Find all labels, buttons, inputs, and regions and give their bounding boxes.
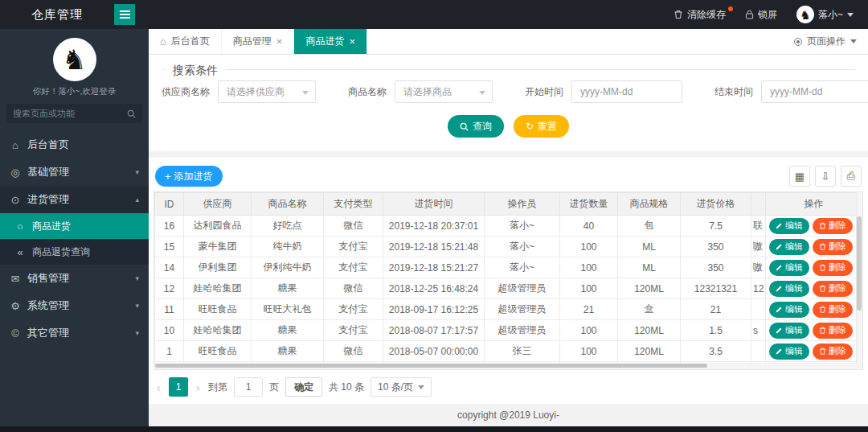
lock-screen-button[interactable]: 锁屏: [745, 8, 777, 22]
trash-icon: [819, 306, 826, 313]
pencil-icon: [776, 348, 783, 355]
page-ops-label: 页面操作: [807, 35, 845, 48]
header-cell: 支付类型: [324, 193, 383, 216]
header-cell: [751, 193, 766, 216]
sidebar-toggle-button[interactable]: [114, 4, 135, 25]
action-label: 删除: [829, 241, 846, 253]
edit-button[interactable]: 编辑: [769, 239, 809, 255]
cell: 120ML: [618, 278, 681, 299]
sidebar-item-sales-mgmt[interactable]: ✉ 销售管理 ▾: [0, 265, 149, 292]
cell: 超级管理员: [485, 299, 560, 320]
close-icon[interactable]: ×: [349, 35, 355, 47]
horizontal-scrollbar[interactable]: [154, 363, 863, 370]
sidebar-item-purchase-mgmt[interactable]: ⊙ 进货管理 ▴: [0, 186, 149, 213]
cell: 120ML: [618, 320, 681, 341]
add-purchase-button[interactable]: + 添加进货: [155, 166, 223, 187]
action-label: 编辑: [785, 282, 803, 294]
select-value: 请选择供应商: [227, 85, 285, 99]
chevron-down-icon: [479, 91, 485, 95]
table-head-row: ID供应商商品名称支付类型进货时间操作员进货数量商品规格进货价格操作: [155, 193, 862, 216]
search-icon: [460, 122, 469, 131]
action-label: 删除: [829, 282, 846, 294]
per-page-select[interactable]: 10 条/页: [371, 377, 432, 397]
edit-button[interactable]: 编辑: [769, 281, 809, 297]
vertical-scrollbar[interactable]: [856, 192, 862, 363]
username-label: 落小~: [818, 8, 843, 22]
filter-columns-button[interactable]: ▦: [789, 166, 810, 187]
cell: 14: [155, 257, 184, 278]
page-ops-menu[interactable]: 页面操作: [783, 29, 868, 54]
edit-button[interactable]: 编辑: [769, 260, 809, 276]
page-1-button[interactable]: 1: [169, 377, 188, 397]
scrollbar-thumb[interactable]: [857, 216, 862, 311]
delete-button[interactable]: 删除: [813, 260, 853, 276]
goods-select[interactable]: 请选择商品: [395, 80, 493, 103]
table-row: 15蒙牛集团纯牛奶支付宝2019-12-18 15:21:48落小~100ML3…: [155, 237, 862, 257]
sidebar-item-base-mgmt[interactable]: ◎ 基础管理 ▾: [0, 158, 149, 186]
cell: 超级管理员: [485, 278, 560, 299]
edit-button[interactable]: 编辑: [769, 323, 809, 339]
reset-button[interactable]: ↻ 重置: [514, 115, 569, 138]
cell: 16: [155, 216, 184, 237]
table-toolbar: + 添加进货 ▦ ⇩ ⎙: [154, 163, 863, 191]
prev-page-button[interactable]: ‹: [155, 381, 162, 393]
sidebar-item-returns-query[interactable]: « 商品退货查询: [0, 239, 149, 265]
clear-cache-button[interactable]: 清除缓存: [674, 8, 726, 22]
close-icon[interactable]: ×: [276, 35, 283, 47]
cell: 嗷: [751, 237, 766, 257]
notification-dot: [728, 6, 733, 11]
query-button[interactable]: 查询: [448, 115, 504, 138]
export-button[interactable]: ⇩: [815, 166, 836, 187]
edit-button[interactable]: 编辑: [769, 302, 809, 318]
home-icon: ⌂: [160, 35, 166, 47]
tabbar: ⌂ 后台首页 商品管理 × 商品进货 × 页面操作: [149, 29, 868, 55]
sidebar-item-goods-purchase[interactable]: ○ 商品进货: [0, 213, 149, 239]
delete-button[interactable]: 删除: [813, 239, 853, 255]
delete-button[interactable]: 删除: [813, 344, 853, 360]
confirm-button[interactable]: 确定: [285, 377, 322, 397]
print-button[interactable]: ⎙: [841, 166, 862, 187]
per-page-value: 10 条/页: [378, 381, 413, 394]
cell: 落小~: [485, 257, 560, 278]
clock-icon: ○: [14, 220, 26, 232]
menu-search-input[interactable]: [13, 109, 127, 118]
cell: 张三: [485, 341, 560, 362]
search-actions: 查询 ↻ 重置: [162, 103, 855, 151]
row-actions: 编辑删除退货: [766, 237, 862, 257]
cell: 12321321: [681, 278, 751, 299]
delete-button[interactable]: 删除: [813, 323, 853, 339]
delete-button[interactable]: 删除: [813, 281, 853, 297]
tab-goods-purchase[interactable]: 商品进货 ×: [294, 29, 367, 54]
tab-goods-mgmt[interactable]: 商品管理 ×: [222, 29, 295, 54]
purchases-table: ID供应商商品名称支付类型进货时间操作员进货数量商品规格进货价格操作 16达利园…: [154, 192, 862, 363]
delete-button[interactable]: 删除: [813, 218, 853, 234]
delete-button[interactable]: 删除: [813, 302, 853, 318]
chevron-down-icon: [418, 385, 424, 389]
home-icon: ⌂: [10, 139, 21, 151]
cell: 盒: [618, 299, 681, 320]
scrollbar-thumb[interactable]: [155, 364, 707, 368]
header-cell: 商品名称: [252, 193, 324, 216]
action-label: 编辑: [785, 324, 803, 336]
start-date-input[interactable]: [571, 80, 682, 103]
goto-page-input[interactable]: [234, 377, 263, 397]
edit-button[interactable]: 编辑: [769, 344, 809, 360]
sidebar-item-home[interactable]: ⌂ 后台首页: [0, 131, 149, 158]
table-body: 16达利园食品好吃点微信2019-12-18 20:37:01落小~40包7.5…: [155, 216, 862, 364]
user-avatar: ♞: [796, 6, 814, 23]
user-menu[interactable]: ♞ 落小~: [796, 6, 854, 23]
supplier-select[interactable]: 请选择供应商: [218, 80, 316, 103]
next-page-button[interactable]: ›: [194, 381, 202, 393]
tab-home[interactable]: ⌂ 后台首页: [149, 29, 222, 54]
refresh-icon: ↻: [526, 121, 534, 132]
end-date-input[interactable]: [761, 80, 868, 103]
cell: 蒙牛集团: [184, 237, 252, 257]
sidebar-search[interactable]: [6, 104, 142, 123]
edit-button[interactable]: 编辑: [769, 218, 809, 234]
download-icon: ⇩: [821, 171, 830, 183]
sidebar-item-system-mgmt[interactable]: ⚙ 系统管理 ▾: [0, 292, 149, 319]
table-scroll-area: ID供应商商品名称支付类型进货时间操作员进货数量商品规格进货价格操作 16达利园…: [154, 191, 863, 363]
header-cell: 进货价格: [681, 193, 751, 216]
sidebar-item-other-mgmt[interactable]: © 其它管理 ▾: [0, 319, 149, 347]
cell: 2018-09-17 16:12:25: [383, 299, 485, 320]
